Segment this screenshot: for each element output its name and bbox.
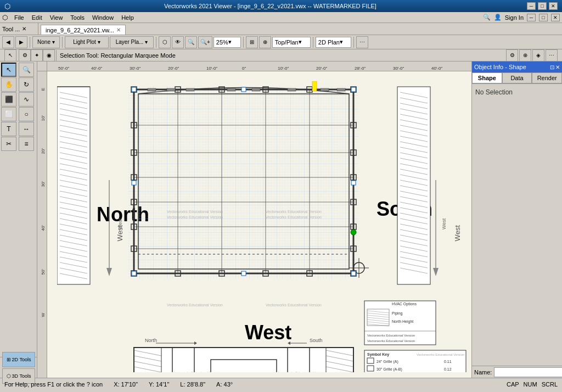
account-icon: 👤: [494, 14, 502, 21]
right-panel-header: Object Info - Shape ⊡ ✕: [472, 61, 562, 72]
more-btn[interactable]: ⋯: [356, 36, 368, 48]
svg-rect-203: [351, 87, 356, 92]
name-label: Name:: [474, 369, 492, 376]
sep5: [313, 37, 313, 48]
svg-marker-149: [194, 341, 197, 345]
svg-text:Vectorworks Educational Versio: Vectorworks Educational Version: [167, 303, 223, 307]
tool-status-bar: ↖ ⚙ ✦ ◉ Selection Tool: Rectangular Marq…: [0, 49, 562, 61]
render-combo[interactable]: 2D Plan▾: [316, 37, 351, 48]
zoom-combo[interactable]: 25%▾: [213, 37, 241, 48]
grid-btn[interactable]: ⊞: [246, 36, 258, 48]
pan-tool[interactable]: ✋: [1, 77, 16, 92]
panel-tabs: Shape Data Render: [472, 72, 562, 84]
light-plot-btn[interactable]: Light Plot▾: [65, 36, 109, 48]
snap-settings[interactable]: ✦: [31, 49, 43, 61]
minimize-button[interactable]: ─: [527, 2, 536, 10]
tool-panel-label: Tool ...: [2, 26, 20, 32]
svg-rect-48: [227, 88, 235, 91]
menu-view[interactable]: View: [47, 14, 66, 21]
svg-marker-196: [433, 268, 439, 276]
svg-text:30" Grille (A-B): 30" Grille (A-B): [376, 367, 402, 372]
layer-plan-btn[interactable]: Layer Pla...▾: [110, 36, 154, 48]
maximize-button[interactable]: □: [538, 2, 547, 10]
scrl-indicator: SCRL: [542, 381, 558, 388]
menu-window[interactable]: Window: [89, 14, 117, 21]
mirror-tool[interactable]: ⬛: [1, 92, 16, 107]
panel-max-btn[interactable]: □: [539, 14, 548, 21]
name-input[interactable]: [494, 367, 562, 377]
svg-point-209: [351, 229, 356, 235]
svg-text:Vectorworks Educational Versio: Vectorworks Educational Version: [266, 303, 322, 307]
view-combo[interactable]: Top/Plan▾: [272, 37, 311, 48]
app-icon: ⬡: [4, 2, 10, 10]
tab-data[interactable]: Data: [502, 72, 532, 83]
menu-bar: ⬡ File Edit View Tools Window Help 🔍 👤 S…: [0, 12, 562, 23]
dimension-tool[interactable]: ↔: [19, 122, 34, 136]
window-controls: ─ □ ✕: [527, 2, 558, 10]
panel-close-btn[interactable]: ✕: [551, 14, 560, 21]
svg-text:0.12: 0.12: [444, 367, 452, 371]
close-button[interactable]: ✕: [549, 2, 558, 10]
view-btn[interactable]: 👁: [172, 36, 184, 48]
status-indicators: CAP NUM SCRL: [507, 381, 558, 388]
bottom-tool-tabs: ⊞ 2D Tools ⬡ 3D Tools: [0, 357, 37, 378]
display-btn[interactable]: ◈: [532, 49, 544, 61]
more-tools-btn[interactable]: ⋯: [546, 49, 558, 61]
layer-plan-label: Layer Pla...: [116, 39, 144, 45]
panel-min-btn[interactable]: ─: [527, 14, 536, 21]
tool-panel-close[interactable]: ✕: [22, 26, 26, 32]
x-coord: X: 17'10": [114, 381, 138, 388]
caps-indicator: CAP: [507, 381, 519, 388]
snap-toggle[interactable]: ◉: [43, 49, 55, 61]
snap-btn[interactable]: ⊕: [259, 36, 271, 48]
class-btn[interactable]: ⬡: [159, 36, 171, 48]
search-icon: 🔍: [483, 14, 491, 21]
drawing-canvas[interactable]: North South West West West: [47, 71, 471, 378]
tool-settings-btn[interactable]: ⚙: [506, 49, 518, 61]
svg-rect-208: [351, 271, 356, 276]
settings-icon[interactable]: ⚙: [19, 49, 31, 61]
2d-tools-tab[interactable]: ⊞ 2D Tools: [2, 352, 35, 367]
svg-text:North: North: [145, 338, 157, 343]
zoom-out-btn[interactable]: 🔍: [185, 36, 197, 48]
attribute-tool[interactable]: ≡: [19, 137, 34, 151]
close-tab-icon[interactable]: ✕: [116, 27, 121, 33]
title-text: Vectorworks 2021 Viewer - [inge_9_6_22_v…: [14, 3, 527, 9]
svg-text:Vectorworks Educational Versio: Vectorworks Educational Version: [277, 371, 324, 372]
tab-render[interactable]: Render: [532, 72, 562, 83]
svg-rect-53: [57, 87, 90, 284]
text-tool[interactable]: T: [1, 122, 16, 136]
menu-help[interactable]: Help: [118, 14, 137, 21]
rotate-tool[interactable]: ↻: [19, 77, 34, 92]
svg-text:Vectorworks Educational Versio: Vectorworks Educational Version: [367, 334, 415, 337]
zoom-tool[interactable]: 🔍: [19, 63, 34, 77]
main-toolbar: ◀ ▶ None▾ Light Plot▾ Layer Pla...▾ ⬡ 👁 …: [0, 35, 562, 49]
snap-config-btn[interactable]: ⊕: [519, 49, 531, 61]
back-btn[interactable]: ◀: [2, 36, 14, 48]
forward-btn[interactable]: ▶: [15, 36, 27, 48]
none-dropdown[interactable]: None▾: [32, 36, 60, 48]
clip-tool[interactable]: ✂: [1, 137, 16, 151]
pointer-icon[interactable]: ↖: [4, 49, 16, 61]
2d-label: 2D Tools: [12, 357, 31, 362]
svg-text:West: West: [441, 218, 447, 229]
zoom-in-btn[interactable]: 🔍+: [198, 36, 212, 48]
sign-in-label[interactable]: Sign In: [505, 14, 524, 21]
polyline-tool[interactable]: ∿: [19, 92, 34, 107]
2d-icon: ⊞: [7, 357, 11, 362]
menu-edit[interactable]: Edit: [29, 14, 46, 21]
document-tab[interactable]: inge_9_6_22_v2021.vw... ✕: [41, 25, 126, 35]
vertical-ruler: E 10' 20' 30' 40' 50' W: [37, 71, 47, 378]
select-tool[interactable]: ↖: [1, 63, 16, 77]
rect-tool[interactable]: ⬜: [1, 107, 16, 121]
svg-text:Symbol Key: Symbol Key: [367, 352, 389, 357]
right-panel-float[interactable]: ⊡: [550, 64, 554, 70]
menu-file[interactable]: File: [11, 14, 27, 21]
svg-text:Vectorworks Educational Versio: Vectorworks Educational Version: [167, 215, 223, 219]
circle-tool[interactable]: ○: [19, 107, 34, 121]
right-panel-close[interactable]: ✕: [555, 64, 560, 70]
3d-icon: ⬡: [7, 373, 11, 379]
canvas-area[interactable]: 50'-0" 40'-0" 30'-0" 20'-0" 10'-0" 0" 10…: [37, 61, 471, 378]
menu-tools[interactable]: Tools: [67, 14, 88, 21]
tab-shape[interactable]: Shape: [472, 72, 502, 83]
